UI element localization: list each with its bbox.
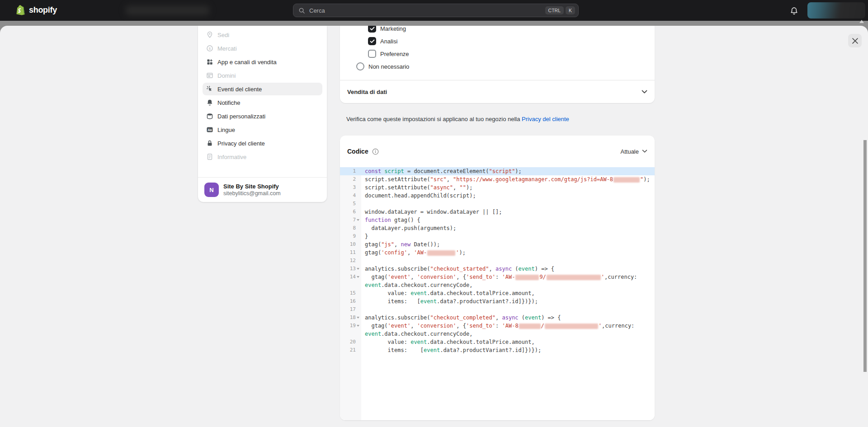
redacted-text bbox=[519, 324, 541, 329]
redacted-text bbox=[515, 275, 539, 280]
sidebar-item-lingue[interactable]: AaLingue bbox=[203, 123, 322, 136]
code-line: 1const script = document.createElement("… bbox=[340, 167, 655, 175]
code-line: 18analytics.subscribe("checkout_complete… bbox=[340, 314, 655, 322]
sidebar-item-notifiche[interactable]: Notifiche bbox=[203, 96, 322, 109]
consent-option-analisi[interactable]: Analisi bbox=[368, 35, 655, 47]
lock-icon bbox=[206, 140, 213, 147]
code-title: Codice bbox=[347, 148, 368, 155]
account-section[interactable]: N Site By Site Shopify sitebylitics@gmai… bbox=[198, 177, 327, 202]
line-number: 21 bbox=[340, 346, 361, 354]
bell-icon bbox=[206, 99, 213, 106]
consent-option-preferenze[interactable]: Preferenze bbox=[368, 47, 655, 60]
search-input[interactable]: Cerca CTRL K bbox=[293, 4, 579, 17]
sidebar-item-dati-personalizzati[interactable]: Dati personalizzati bbox=[203, 110, 322, 122]
radio-unchecked[interactable] bbox=[356, 62, 364, 70]
code-version-select[interactable]: Attuale bbox=[621, 148, 647, 155]
code-line: 3script.setAttribute("async", ""); bbox=[340, 183, 655, 192]
line-number: 10 bbox=[340, 240, 361, 249]
code-version-label: Attuale bbox=[621, 148, 639, 155]
consent-option-marketing[interactable]: Marketing bbox=[368, 26, 655, 35]
line-number: 16 bbox=[340, 297, 361, 305]
code-line: 15 value: event.data.checkout.totalPrice… bbox=[340, 289, 655, 297]
line-number: 17 bbox=[340, 305, 361, 314]
chevron-down-icon bbox=[642, 150, 647, 153]
line-number: 2 bbox=[340, 175, 361, 183]
sidebar-item-app-e-canali-di-vendita[interactable]: App e canali di vendita bbox=[203, 56, 322, 68]
code-line: 19 gtag('event', 'conversion', {'send_to… bbox=[340, 322, 655, 330]
line-number bbox=[340, 330, 361, 338]
consent-option-non-necessario[interactable]: Non necessario bbox=[356, 60, 655, 73]
account-email: sitebylitics@gmail.com bbox=[223, 190, 281, 197]
line-number: 5 bbox=[340, 200, 361, 208]
code-line: 21 items: [event.data?.productVariant?.i… bbox=[340, 346, 655, 354]
bell-icon bbox=[790, 7, 798, 15]
kbd-k: K bbox=[566, 6, 575, 15]
sidebar-item-label: App e canali di vendita bbox=[217, 59, 277, 66]
line-number: 11 bbox=[340, 249, 361, 257]
sidebar-item-domini: Domini bbox=[203, 69, 322, 82]
code-line: 5 bbox=[340, 200, 655, 208]
sidebar-item-label: Sedi bbox=[217, 32, 229, 38]
info-icon[interactable] bbox=[372, 148, 379, 155]
sidebar-item-mercati: $Mercati bbox=[203, 42, 322, 55]
line-number: 19 bbox=[340, 322, 361, 330]
code-line: event.data.checkout.currencyCode, bbox=[340, 330, 655, 338]
fold-toggle-icon[interactable] bbox=[356, 219, 361, 221]
fold-toggle-icon[interactable] bbox=[356, 317, 361, 319]
sidebar-item-label: Domini bbox=[217, 72, 236, 79]
close-button[interactable] bbox=[848, 34, 862, 47]
line-number: 20 bbox=[340, 338, 361, 346]
privacy-note-text: Verifica come queste impostazioni si app… bbox=[346, 116, 522, 122]
store-account-chip[interactable] bbox=[807, 2, 865, 19]
sidebar-item-label: Lingue bbox=[217, 127, 235, 133]
page-scrollbar-up-arrow[interactable] bbox=[859, 20, 864, 23]
code-line: event.data.checkout.currencyCode, bbox=[340, 281, 655, 289]
store-name-redacted bbox=[126, 6, 209, 15]
sidebar-item-label: Dati personalizzati bbox=[217, 113, 265, 120]
domains-icon bbox=[206, 72, 213, 79]
code-editor[interactable]: 1const script = document.createElement("… bbox=[340, 167, 655, 420]
languages-icon: Aa bbox=[206, 126, 213, 133]
fold-toggle-icon[interactable] bbox=[356, 268, 361, 270]
line-number: 9 bbox=[340, 232, 361, 240]
sidebar-item-privacy-del-cliente[interactable]: Privacy del cliente bbox=[203, 137, 322, 150]
privacy-note: Verifica come queste impostazioni si app… bbox=[346, 116, 648, 123]
notifications-button[interactable] bbox=[789, 6, 799, 16]
shopify-logo[interactable]: shopify bbox=[15, 5, 57, 16]
option-label: Marketing bbox=[380, 26, 406, 32]
sidebar-item-informative: Informative bbox=[203, 150, 322, 163]
fold-toggle-icon[interactable] bbox=[356, 276, 361, 278]
code-card: Codice Attuale 1const script = document.… bbox=[340, 136, 655, 420]
apps-icon bbox=[206, 58, 213, 66]
sidebar-item-sedi: Sedi bbox=[203, 28, 322, 41]
code-line: 12 bbox=[340, 257, 655, 265]
sidebar-item-label: Eventi del cliente bbox=[217, 86, 262, 93]
code-line: 14 gtag('event', 'conversion', {'send_to… bbox=[340, 273, 655, 281]
fold-toggle-icon[interactable] bbox=[356, 325, 361, 327]
line-number: 14 bbox=[340, 273, 361, 281]
svg-text:Aa: Aa bbox=[208, 128, 212, 131]
custom-data-icon bbox=[206, 113, 213, 120]
line-number: 3 bbox=[340, 183, 361, 192]
line-number: 7 bbox=[340, 216, 361, 224]
modal-scrollbar-thumb[interactable] bbox=[863, 140, 867, 372]
redacted-text bbox=[547, 275, 601, 280]
settings-modal: Sedi$MercatiApp e canali di venditaDomin… bbox=[0, 26, 868, 427]
privacy-del-cliente-link[interactable]: Privacy del cliente bbox=[522, 116, 569, 122]
sidebar-item-eventi-del-cliente[interactable]: Eventi del cliente bbox=[203, 83, 322, 95]
code-line: 11gtag('config', 'AW-'); bbox=[340, 249, 655, 257]
sidebar-item-label: Mercati bbox=[217, 45, 237, 52]
consent-options: MarketingAnalisiPreferenzeNon necessario bbox=[340, 26, 655, 73]
sidebar-item-label: Privacy del cliente bbox=[217, 140, 265, 147]
code-line: 9} bbox=[340, 232, 655, 240]
code-lines: 1const script = document.createElement("… bbox=[340, 167, 655, 354]
checkbox-checked[interactable] bbox=[368, 37, 376, 45]
code-line: 20 value: event.data.checkout.totalPrice… bbox=[340, 338, 655, 346]
checkbox-checked[interactable] bbox=[368, 26, 376, 33]
code-line: 10gtag("js", new Date()); bbox=[340, 240, 655, 249]
data-sale-section-toggle[interactable]: Vendita di dati bbox=[340, 80, 655, 103]
option-label: Preferenze bbox=[380, 51, 409, 57]
option-label: Analisi bbox=[380, 38, 397, 45]
checkbox-unchecked[interactable] bbox=[368, 50, 376, 58]
code-line: 7function gtag() { bbox=[340, 216, 655, 224]
